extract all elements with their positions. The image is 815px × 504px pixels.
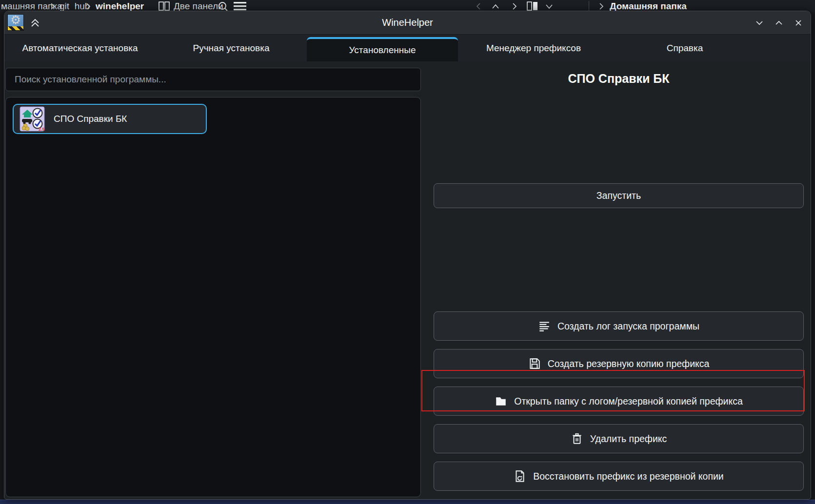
tab-prefix-manager[interactable]: Менеджер префиксов (458, 35, 609, 61)
search-icon[interactable] (218, 1, 228, 12)
open-folder-button[interactable]: Открыть папку с логом/резервной копией п… (434, 387, 804, 416)
folder-icon (495, 395, 507, 407)
floppy-disk-icon (528, 357, 541, 370)
launch-button-label: Запустить (596, 190, 641, 201)
create-backup-button[interactable]: Создать резервную копию префикса (434, 349, 804, 378)
list-item-selected[interactable]: 2.5 СПО Справки БК (13, 104, 207, 134)
maximize-button[interactable] (775, 19, 783, 27)
breadcrumb-right-pane[interactable]: Домашняя папка (610, 1, 687, 12)
launch-button[interactable]: Запустить (434, 183, 804, 208)
create-log-button[interactable]: Создать лог запуска программы (434, 311, 804, 341)
create-backup-label: Создать резервную копию префикса (548, 358, 710, 369)
winehelper-window: ⚙ WineHelper Автоматическая установка Ру… (4, 11, 811, 500)
close-button[interactable] (794, 19, 803, 27)
create-log-label: Создать лог запуска программы (557, 321, 699, 332)
svg-text:2.5: 2.5 (39, 127, 45, 132)
open-folder-label: Открыть папку с логом/резервной копией п… (514, 396, 743, 407)
log-lines-icon (538, 320, 551, 332)
toolbar-separator (589, 1, 589, 11)
breadcrumb-folder[interactable]: git_hub (60, 1, 90, 12)
search-input[interactable] (5, 68, 421, 91)
tab-manual-install[interactable]: Ручная установка (156, 35, 307, 61)
restore-prefix-label: Восстановить префикс из резервной копии (533, 471, 724, 482)
installed-programs-list: 2.5 СПО Справки БК (5, 97, 421, 497)
trash-icon (571, 432, 583, 445)
breadcrumb-current-folder[interactable]: winehelper (96, 1, 144, 12)
tab-auto-install[interactable]: Автоматическая установка (4, 35, 156, 61)
program-icon: 2.5 (20, 106, 45, 132)
tab-bar: Автоматическая установка Ручная установк… (4, 35, 811, 61)
tab-installed[interactable]: Установленные (307, 37, 458, 61)
file-restore-icon (514, 470, 526, 483)
split-view-label[interactable]: Две панели (174, 1, 223, 12)
titlebar[interactable]: ⚙ WineHelper (4, 11, 811, 35)
delete-prefix-label: Удалить префикс (590, 433, 667, 445)
list-item-label: СПО Справки БК (54, 114, 127, 124)
restore-prefix-button[interactable]: Восстановить префикс из резервной копии (434, 462, 804, 491)
delete-prefix-button[interactable]: Удалить префикс (434, 424, 804, 453)
minimize-button[interactable] (755, 19, 764, 27)
tab-help[interactable]: Справка (609, 35, 760, 61)
window-title: WineHelper (4, 11, 811, 34)
selected-program-title: СПО Справки БК (434, 72, 804, 87)
background-statusbar-strip (0, 500, 815, 504)
